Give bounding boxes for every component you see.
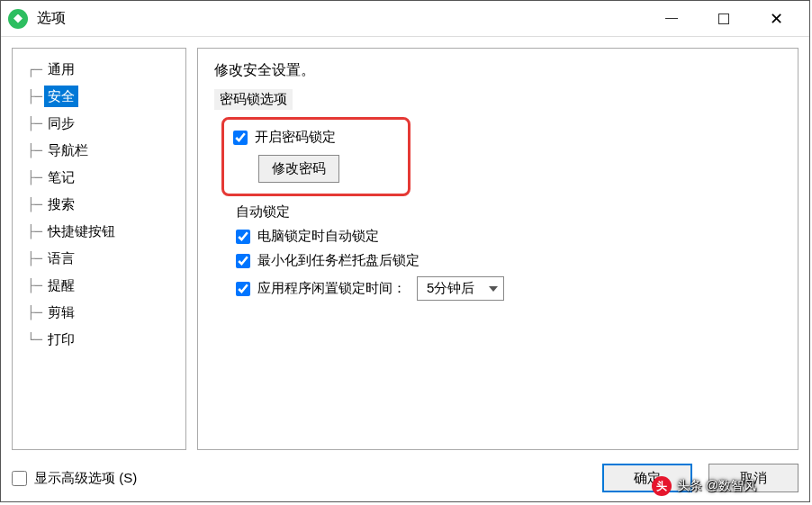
lock-on-computer-lock-checkbox[interactable] — [236, 230, 250, 244]
close-icon: ✕ — [770, 11, 783, 27]
auto-lock-options: 电脑锁定时自动锁定 最小化到任务栏托盘后锁定 应用程序闲置锁定时间： 5分钟后 — [236, 224, 781, 304]
lock-on-minimize-label: 最小化到任务栏托盘后锁定 — [257, 252, 420, 269]
idle-lock-label: 应用程序闲置锁定时间： — [257, 280, 406, 297]
idle-lock-select[interactable]: 5分钟后 — [417, 276, 504, 301]
body-area: ┌─通用 ├─安全 ├─同步 ├─导航栏 ├─笔记 ├─搜索 ├─快捷键按钮 ├… — [1, 37, 809, 455]
sidebar-item-reminders[interactable]: ├─提醒 — [16, 272, 182, 299]
window-title: 选项 — [37, 9, 645, 28]
sidebar: ┌─通用 ├─安全 ├─同步 ├─导航栏 ├─笔记 ├─搜索 ├─快捷键按钮 ├… — [12, 48, 186, 450]
sidebar-item-general[interactable]: ┌─通用 — [16, 56, 182, 83]
section-heading: 修改安全设置。 — [214, 61, 781, 80]
sidebar-item-sync[interactable]: ├─同步 — [16, 110, 182, 137]
auto-lock-subheading: 自动锁定 — [236, 203, 781, 221]
idle-lock-row: 应用程序闲置锁定时间： 5分钟后 — [236, 273, 781, 304]
show-advanced-checkbox[interactable] — [12, 471, 27, 486]
change-password-button[interactable]: 修改密码 — [258, 155, 339, 183]
lock-on-minimize-checkbox[interactable] — [236, 254, 250, 268]
app-icon — [8, 9, 28, 29]
enable-password-lock-checkbox[interactable] — [233, 131, 248, 145]
maximize-button[interactable] — [698, 1, 750, 36]
minimize-button[interactable] — [645, 1, 698, 36]
sidebar-item-notes[interactable]: ├─笔记 — [16, 164, 182, 191]
lock-on-minimize-row[interactable]: 最小化到任务栏托盘后锁定 — [236, 248, 781, 273]
window-controls: ✕ — [645, 1, 802, 36]
ok-button[interactable]: 确定 — [602, 464, 692, 492]
enable-password-lock-row[interactable]: 开启密码锁定 — [233, 125, 399, 149]
cancel-button[interactable]: 取消 — [708, 464, 798, 492]
content-panel: 修改安全设置。 密码锁选项 开启密码锁定 修改密码 自动锁定 电脑锁定时自动锁定… — [197, 48, 798, 450]
close-button[interactable]: ✕ — [750, 1, 802, 36]
show-advanced-row[interactable]: 显示高级选项 (S) — [12, 470, 137, 487]
enable-password-lock-label: 开启密码锁定 — [255, 129, 336, 146]
sidebar-item-print[interactable]: └─打印 — [16, 326, 182, 353]
idle-lock-check-wrap[interactable]: 应用程序闲置锁定时间： — [236, 280, 406, 297]
idle-lock-select-value: 5分钟后 — [427, 280, 474, 297]
options-dialog: 选项 ✕ ┌─通用 ├─安全 ├─同步 ├─导航栏 ├─笔记 ├─搜索 ├─快捷… — [0, 0, 810, 502]
chevron-down-icon — [489, 286, 498, 292]
idle-lock-checkbox[interactable] — [236, 282, 250, 296]
sidebar-item-search[interactable]: ├─搜索 — [16, 191, 182, 218]
highlight-annotation: 开启密码锁定 修改密码 — [221, 117, 411, 196]
lock-on-computer-lock-row[interactable]: 电脑锁定时自动锁定 — [236, 224, 781, 248]
show-advanced-label: 显示高级选项 (S) — [34, 470, 137, 487]
sidebar-item-security[interactable]: ├─安全 — [16, 83, 182, 110]
password-group-label: 密码锁选项 — [214, 89, 293, 110]
footer-buttons: 确定 取消 — [602, 464, 798, 492]
sidebar-item-navbar[interactable]: ├─导航栏 — [16, 137, 182, 164]
sidebar-item-clip[interactable]: ├─剪辑 — [16, 299, 182, 326]
titlebar: 选项 ✕ — [1, 1, 809, 37]
sidebar-item-shortcuts[interactable]: ├─快捷键按钮 — [16, 218, 182, 245]
dialog-footer: 显示高级选项 (S) 确定 取消 — [1, 455, 809, 501]
lock-on-computer-lock-label: 电脑锁定时自动锁定 — [257, 228, 379, 245]
maximize-icon — [718, 14, 729, 24]
sidebar-item-language[interactable]: ├─语言 — [16, 245, 182, 272]
minimize-icon — [665, 18, 678, 19]
